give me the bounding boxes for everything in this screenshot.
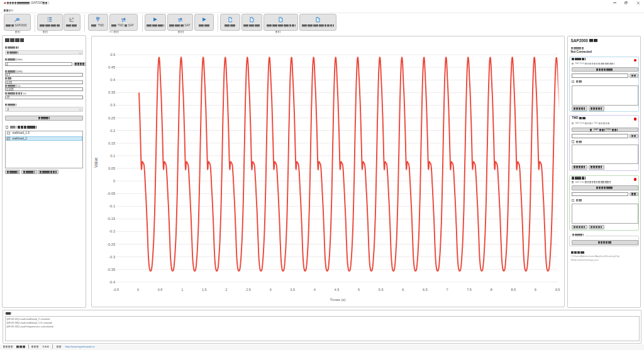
svg-text:5: 5 xyxy=(358,287,360,291)
svg-text:5.5: 5.5 xyxy=(379,287,384,291)
svg-text:0.2: 0.2 xyxy=(110,128,115,132)
svg-text:0.3: 0.3 xyxy=(110,103,115,107)
svg-text:0.1: 0.1 xyxy=(110,153,115,157)
svg-text:2.5: 2.5 xyxy=(246,287,251,291)
svg-text:-0.05: -0.05 xyxy=(107,192,115,195)
svg-text:-0.1: -0.1 xyxy=(109,204,115,208)
svg-text:8: 8 xyxy=(491,287,492,291)
svg-text:0.4: 0.4 xyxy=(110,78,116,82)
svg-text:0.35: 0.35 xyxy=(108,90,115,94)
svg-text:-0.5: -0.5 xyxy=(113,287,119,291)
svg-text:0: 0 xyxy=(137,287,139,291)
svg-text:2: 2 xyxy=(225,287,227,291)
svg-text:6: 6 xyxy=(402,287,404,291)
svg-text:0.25: 0.25 xyxy=(108,116,115,119)
svg-text:-0.35: -0.35 xyxy=(107,267,115,271)
svg-text:4: 4 xyxy=(314,287,316,291)
svg-text:9.5: 9.5 xyxy=(555,287,560,291)
svg-text:1.5: 1.5 xyxy=(202,287,207,291)
svg-text:6.5: 6.5 xyxy=(423,287,428,291)
svg-text:1: 1 xyxy=(181,287,183,291)
svg-text:-0.3: -0.3 xyxy=(109,254,115,258)
svg-text:4.5: 4.5 xyxy=(335,287,340,291)
svg-text:0.15: 0.15 xyxy=(108,141,115,145)
svg-text:0.5: 0.5 xyxy=(158,287,163,291)
svg-text:-0.4: -0.4 xyxy=(109,280,116,283)
svg-text:0: 0 xyxy=(113,179,115,183)
svg-text:3.5: 3.5 xyxy=(290,287,295,291)
svg-text:7.5: 7.5 xyxy=(467,287,472,291)
svg-text:Times (s): Times (s) xyxy=(330,298,346,302)
svg-text:8.5: 8.5 xyxy=(511,287,516,291)
svg-text:-0.2: -0.2 xyxy=(109,229,115,233)
svg-text:7: 7 xyxy=(446,287,448,291)
svg-text:0.5: 0.5 xyxy=(110,53,115,57)
svg-text:-0.25: -0.25 xyxy=(107,242,115,246)
svg-text:0.45: 0.45 xyxy=(108,65,115,69)
svg-text:9: 9 xyxy=(535,287,536,291)
svg-text:0.05: 0.05 xyxy=(108,166,115,170)
svg-text:3: 3 xyxy=(270,287,272,291)
svg-text:Value: Value xyxy=(94,156,98,167)
svg-text:-0.15: -0.15 xyxy=(107,217,115,221)
